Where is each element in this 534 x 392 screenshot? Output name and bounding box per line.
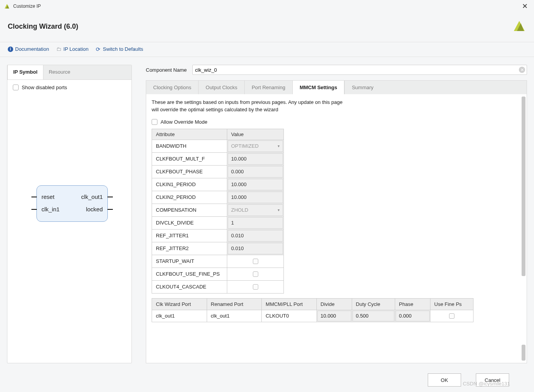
ports-header-mmcm: MMCM/PLL Port <box>262 298 317 310</box>
ports-header-phase: Phase <box>395 298 430 310</box>
folder-icon: 🗀 <box>56 47 61 52</box>
ports-header-duty: Duty Cycle <box>352 298 395 310</box>
checkbox-icon[interactable] <box>253 259 258 264</box>
port-renamed: clk_out1 <box>207 310 262 321</box>
footer: OK Cancel <box>0 368 534 392</box>
port-reset: reset <box>41 193 54 200</box>
port-mmcm: CLKOUT0 <box>262 310 316 321</box>
attr-name: CLKFBOUT_USE_FINE_PS <box>152 268 227 280</box>
port-clk-out1: clk_out1 <box>81 193 103 200</box>
allow-override-checkbox[interactable]: Allow Override Mode <box>152 119 521 125</box>
port-wizard: clk_out1 <box>152 310 207 321</box>
refresh-icon: ⟳ <box>95 47 101 52</box>
vendor-logo-icon <box>512 19 526 33</box>
table-row: BANDWIDTHOPTIMIZED <box>152 140 284 152</box>
table-row: STARTUP_WAIT <box>152 255 284 268</box>
app-logo-icon <box>4 3 10 9</box>
attr-name: COMPENSATION <box>152 204 227 216</box>
switch-defaults-link[interactable]: ⟳ Switch to Defaults <box>95 46 143 52</box>
documentation-link[interactable]: i Documentation <box>8 46 49 52</box>
tab-output-clocks[interactable]: Output Clocks <box>198 81 244 94</box>
allow-override-label: Allow Override Mode <box>161 119 207 125</box>
tab-resource[interactable]: Resource <box>43 65 76 79</box>
ip-symbol-diagram: reset clk_in1 clk_out1 locked <box>32 185 112 222</box>
header: Clocking Wizard (6.0) <box>0 12 534 42</box>
port-table: Clk Wizard Port Renamed Port MMCM/PLL Po… <box>152 298 474 322</box>
tab-ip-symbol[interactable]: IP Symbol <box>7 65 43 79</box>
attr-name: CLKOUT4_CASCADE <box>152 280 227 293</box>
table-row: CLKFBOUT_MULT_F10.000 <box>152 152 284 165</box>
cancel-button[interactable]: Cancel <box>476 373 509 387</box>
attr-name: REF_JITTER2 <box>152 242 227 255</box>
attr-name: DIVCLK_DIVIDE <box>152 216 227 229</box>
port-divide[interactable]: 10.000 <box>317 311 351 321</box>
component-name-label: Component Name <box>146 67 189 73</box>
checkbox-icon[interactable] <box>253 271 258 277</box>
attr-value-field[interactable]: 1 <box>228 217 283 229</box>
table-row: DIVCLK_DIVIDE1 <box>152 216 284 229</box>
right-panel: Component Name ✕ Clocking Options Output… <box>146 65 527 363</box>
port-duty[interactable]: 0.500 <box>353 311 394 321</box>
attr-name: CLKFBOUT_MULT_F <box>152 152 227 165</box>
attr-header-attribute: Attribute <box>152 129 227 140</box>
toolbar: i Documentation 🗀 IP Location ⟳ Switch t… <box>0 42 534 57</box>
description-text: These are the settings based on inputs f… <box>152 99 361 114</box>
ok-button[interactable]: OK <box>428 373 461 387</box>
attr-value-field[interactable]: 0.000 <box>228 166 283 178</box>
checkbox-icon[interactable] <box>449 313 455 319</box>
attr-value-field[interactable]: 0.010 <box>228 230 283 242</box>
attr-value-field[interactable]: 10.000 <box>228 179 283 190</box>
ip-location-label: IP Location <box>63 46 88 52</box>
attr-name: BANDWIDTH <box>152 140 227 152</box>
attr-name: STARTUP_WAIT <box>152 255 227 268</box>
info-icon: i <box>8 47 13 52</box>
show-disabled-ports-checkbox[interactable]: Show disabled ports <box>13 85 126 90</box>
checkbox-icon <box>152 119 157 125</box>
tab-port-renaming[interactable]: Port Renaming <box>244 81 292 94</box>
ports-header-renamed: Renamed Port <box>207 298 262 310</box>
table-row: CLKOUT4_CASCADE <box>152 280 284 293</box>
attr-value-field[interactable]: 10.000 <box>228 192 283 203</box>
port-locked: locked <box>86 206 103 212</box>
window-title: Customize IP <box>13 3 520 9</box>
tab-mmcm-settings[interactable]: MMCM Settings <box>292 81 345 94</box>
attr-name: CLKIN1_PERIOD <box>152 178 227 191</box>
tab-summary[interactable]: Summary <box>344 81 380 94</box>
attr-value-select[interactable]: OPTIMIZED <box>228 140 283 152</box>
page-title: Clocking Wizard (6.0) <box>8 22 512 31</box>
clear-icon[interactable]: ✕ <box>519 67 525 73</box>
table-row: clk_out1clk_out1CLKOUT010.0000.5000.000 <box>152 310 474 322</box>
ports-header-fineps: Use Fine Ps <box>430 298 473 310</box>
attr-name: CLKFBOUT_PHASE <box>152 165 227 178</box>
table-row: CLKFBOUT_PHASE0.000 <box>152 165 284 178</box>
switch-defaults-label: Switch to Defaults <box>103 46 143 52</box>
attr-value-select[interactable]: ZHOLD <box>228 204 283 216</box>
left-panel: IP Symbol Resource Show disabled ports r… <box>7 65 132 363</box>
show-disabled-ports-label: Show disabled ports <box>22 85 67 90</box>
titlebar: Customize IP ✕ <box>0 0 534 12</box>
attr-name: CLKIN2_PERIOD <box>152 191 227 204</box>
documentation-label: Documentation <box>15 46 49 52</box>
checkbox-icon <box>13 85 19 90</box>
checkbox-icon[interactable] <box>253 284 258 290</box>
left-tabs: IP Symbol Resource <box>7 65 131 80</box>
attribute-table: Attribute Value BANDWIDTHOPTIMIZEDCLKFBO… <box>152 129 284 294</box>
component-name-field[interactable] <box>195 65 517 74</box>
port-clk-in1: clk_in1 <box>41 206 60 212</box>
table-row: COMPENSATIONZHOLD <box>152 204 284 216</box>
table-row: CLKIN2_PERIOD10.000 <box>152 191 284 204</box>
ip-location-link[interactable]: 🗀 IP Location <box>56 46 88 52</box>
attr-header-value: Value <box>227 129 284 140</box>
table-row: CLKFBOUT_USE_FINE_PS <box>152 268 284 280</box>
attr-value-field[interactable]: 10.000 <box>228 153 283 165</box>
ports-header-divide: Divide <box>316 298 352 310</box>
tab-clocking-options[interactable]: Clocking Options <box>146 81 198 94</box>
attr-value-field[interactable]: 0.010 <box>228 243 283 254</box>
attr-name: REF_JITTER1 <box>152 229 227 242</box>
settings-tabs: Clocking Options Output Clocks Port Rena… <box>146 80 527 94</box>
scrollbar[interactable] <box>521 97 525 361</box>
component-name-input[interactable]: ✕ <box>192 65 527 75</box>
port-phase[interactable]: 0.000 <box>396 311 430 321</box>
table-row: REF_JITTER20.010 <box>152 242 284 255</box>
close-icon[interactable]: ✕ <box>520 2 530 10</box>
